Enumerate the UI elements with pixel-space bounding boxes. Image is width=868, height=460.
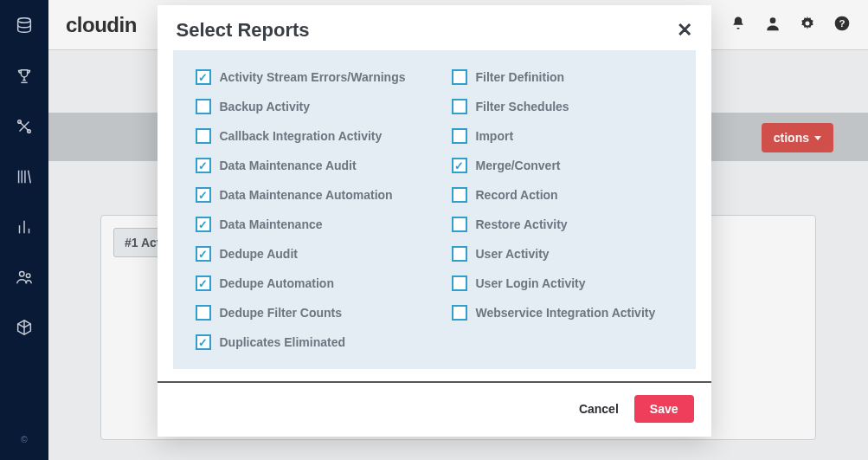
report-label: Dedupe Automation [220,276,334,290]
checkbox[interactable] [196,69,211,85]
modal-backdrop: Select Reports ✕ Activity Stream Errors/… [0,0,868,460]
report-item[interactable]: Filter Definition [452,69,673,85]
report-item[interactable]: Record Action [452,187,673,203]
report-label: Backup Activity [220,100,311,113]
report-label: Data Maintenance Audit [220,159,357,172]
save-button[interactable]: Save [634,395,694,423]
checkbox[interactable] [196,99,211,114]
report-item[interactable]: Data Maintenance Audit [196,158,417,173]
report-label: Data Maintenance Automation [220,188,393,202]
report-item[interactable]: Backup Activity [196,99,417,114]
report-label: Restore Activity [476,217,568,231]
report-label: Filter Definition [476,70,565,84]
report-item[interactable]: Webservice Integration Activity [452,305,673,321]
report-item[interactable]: Activity Stream Errors/Warnings [196,69,417,85]
close-icon[interactable]: ✕ [677,21,692,40]
report-label: Webservice Integration Activity [476,306,656,320]
checkbox[interactable] [196,334,211,350]
report-label: Filter Schedules [476,100,569,113]
report-item[interactable]: Data Maintenance Automation [196,187,417,203]
report-item[interactable]: Merge/Convert [452,158,673,173]
app-root: © cloudin ? [0,0,868,460]
report-column-left: Activity Stream Errors/WarningsBackup Ac… [196,69,417,350]
checkbox[interactable] [452,128,467,144]
report-label: Callback Integration Activity [220,129,383,143]
checkbox[interactable] [452,275,467,291]
report-label: Dedupe Audit [220,247,298,261]
modal-footer: Cancel Save [158,383,711,437]
checkbox[interactable] [196,217,211,232]
modal-body: Activity Stream Errors/WarningsBackup Ac… [173,50,696,369]
report-label: Activity Stream Errors/Warnings [220,70,406,84]
report-item[interactable]: User Activity [452,246,673,262]
report-label: Merge/Convert [476,159,561,172]
checkbox[interactable] [196,158,211,173]
checkbox[interactable] [452,187,467,203]
report-item[interactable]: Import [452,128,673,144]
checkbox[interactable] [452,246,467,262]
report-label: Dedupe Filter Counts [220,306,343,320]
report-label: User Login Activity [476,276,586,290]
report-item[interactable]: Data Maintenance [196,217,417,232]
checkbox[interactable] [196,128,211,144]
checkbox[interactable] [452,305,467,321]
report-label: User Activity [476,247,550,261]
checkbox[interactable] [196,275,211,291]
checkbox[interactable] [452,217,467,232]
report-item[interactable]: Dedupe Filter Counts [196,305,417,321]
report-label: Data Maintenance [220,217,323,231]
report-label: Record Action [476,188,558,202]
report-label: Duplicates Eliminated [220,335,345,349]
modal-title: Select Reports [177,19,310,42]
checkbox[interactable] [196,305,211,321]
report-item[interactable]: User Login Activity [452,275,673,291]
checkbox[interactable] [452,69,467,85]
report-item[interactable]: Restore Activity [452,217,673,232]
checkbox[interactable] [452,158,467,173]
report-item[interactable]: Duplicates Eliminated [196,334,417,350]
modal-header: Select Reports ✕ [158,5,711,50]
checkbox[interactable] [196,246,211,262]
report-label: Import [476,129,514,143]
checkbox[interactable] [196,187,211,203]
report-item[interactable]: Dedupe Automation [196,275,417,291]
checkbox[interactable] [452,99,467,114]
report-item[interactable]: Callback Integration Activity [196,128,417,144]
report-item[interactable]: Filter Schedules [452,99,673,114]
cancel-button[interactable]: Cancel [579,402,619,416]
select-reports-modal: Select Reports ✕ Activity Stream Errors/… [158,5,711,437]
report-column-right: Filter DefinitionFilter SchedulesImportM… [452,69,673,350]
report-item[interactable]: Dedupe Audit [196,246,417,262]
